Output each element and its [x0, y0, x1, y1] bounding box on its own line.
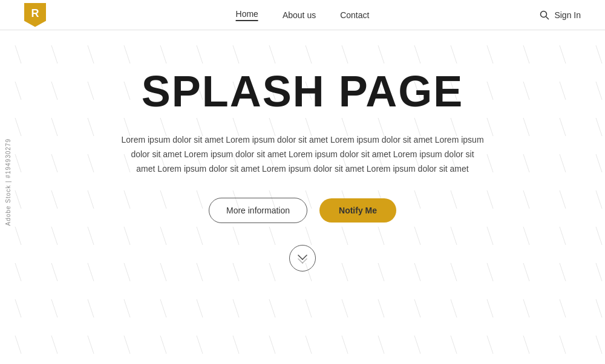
nav-link-home[interactable]: Home [236, 9, 258, 21]
scroll-down-button[interactable] [289, 245, 316, 271]
navbar-right[interactable]: Sign In [540, 10, 581, 20]
svg-line-4 [298, 255, 302, 259]
scroll-down-icon [296, 253, 309, 264]
notify-me-button[interactable]: Notify Me [319, 198, 396, 223]
svg-point-2 [541, 11, 547, 17]
page-title: SPLASH PAGE [142, 67, 464, 116]
hero-description: Lorem ipsum dolor sit amet Lorem ipsum d… [121, 133, 484, 176]
button-group: More information Notify Me [209, 198, 396, 223]
nav-link-contact[interactable]: Contact [340, 10, 369, 20]
main-content: SPLASH PAGE Lorem ipsum dolor sit amet L… [0, 30, 605, 271]
more-information-button[interactable]: More information [209, 198, 307, 223]
adobe-watermark: Adobe Stock | #194930279 [5, 0, 11, 364]
logo-badge: R [24, 3, 46, 27]
svg-line-7 [302, 259, 307, 263]
svg-line-6 [298, 259, 302, 263]
adobe-watermark-text: Adobe Stock | #194930279 [5, 138, 11, 226]
navbar: R Home About us Contact Sign In [0, 0, 605, 30]
nav-links: Home About us Contact [236, 9, 370, 21]
sign-in-label: Sign In [554, 10, 581, 20]
svg-line-5 [302, 255, 307, 259]
logo-letter: R [31, 7, 39, 20]
search-icon [540, 10, 549, 20]
svg-line-3 [546, 16, 549, 19]
nav-link-about[interactable]: About us [283, 10, 316, 20]
logo[interactable]: R [24, 3, 46, 27]
